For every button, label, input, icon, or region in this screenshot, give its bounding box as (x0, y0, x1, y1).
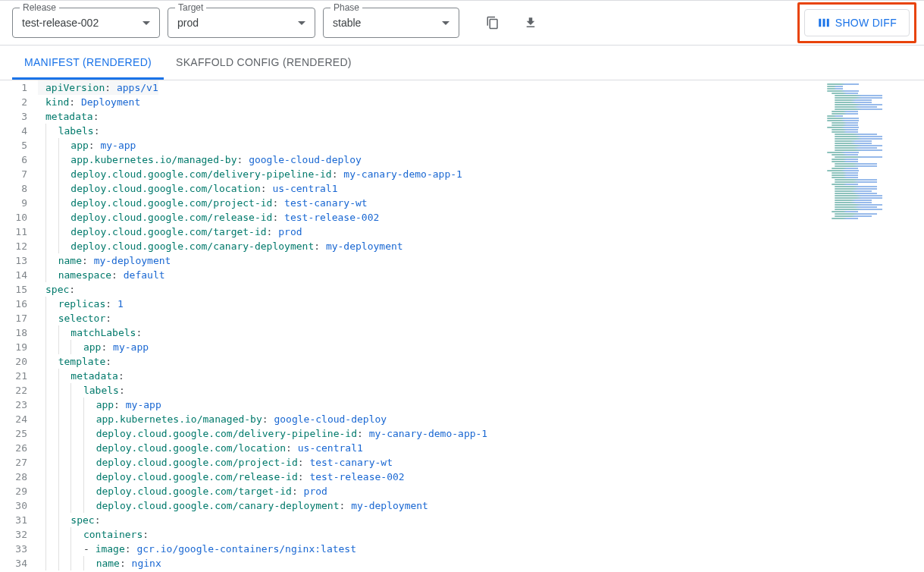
code-content: deploy.cloud.google.com/project-id: test… (38, 196, 368, 210)
code-content: deploy.cloud.google.com/target-id: prod (38, 484, 327, 498)
code-content: spec: (38, 513, 100, 527)
chevron-down-icon (442, 21, 449, 25)
code-line: 4 labels: (0, 124, 924, 138)
code-line: 1apiVersion: apps/v1 (0, 80, 924, 95)
code-line: 25 deploy.cloud.google.com/delivery-pipe… (0, 426, 924, 441)
code-line: 31 spec: (0, 513, 924, 527)
code-content: name: my-deployment (38, 253, 171, 268)
target-select[interactable]: Target prod (168, 8, 315, 38)
code-line: 21 metadata: (0, 369, 924, 383)
code-line: 18 matchLabels: (0, 325, 924, 340)
line-number: 17 (0, 311, 38, 325)
code-line: 14 namespace: default (0, 268, 924, 282)
line-number: 18 (0, 325, 38, 340)
code-content: metadata: (38, 109, 99, 124)
line-number: 26 (0, 441, 38, 455)
code-content: labels: (38, 124, 99, 138)
code-content: deploy.cloud.google.com/project-id: test… (38, 455, 393, 470)
show-diff-label: SHOW DIFF (835, 17, 897, 29)
code-line: 11 deploy.cloud.google.com/target-id: pr… (0, 225, 924, 239)
download-button[interactable] (515, 8, 546, 38)
phase-select-label: Phase (330, 2, 362, 13)
line-number: 31 (0, 513, 38, 527)
copy-icon (486, 16, 500, 30)
code-content: - image: gcr.io/google-containers/nginx:… (38, 542, 356, 556)
editor: 1apiVersion: apps/v12kind: Deployment3me… (0, 80, 924, 570)
line-number: 2 (0, 95, 38, 109)
code-line: 29 deploy.cloud.google.com/target-id: pr… (0, 484, 924, 498)
line-number: 8 (0, 181, 38, 196)
code-line: 19 app: my-app (0, 340, 924, 354)
line-number: 24 (0, 412, 38, 426)
phase-select[interactable]: Phase stable (323, 8, 459, 38)
code-content: namespace: default (38, 268, 165, 282)
code-content: app.kubernetes.io/managed-by: google-clo… (38, 412, 387, 426)
code-line: 3metadata: (0, 109, 924, 124)
code-line: 24 app.kubernetes.io/managed-by: google-… (0, 412, 924, 426)
code-content: template: (38, 354, 111, 369)
code-line: 12 deploy.cloud.google.com/canary-deploy… (0, 239, 924, 253)
line-number: 13 (0, 253, 38, 268)
code-line: 30 deploy.cloud.google.com/canary-deploy… (0, 498, 924, 513)
code-content: apiVersion: apps/v1 (38, 80, 158, 95)
code-content: deploy.cloud.google.com/location: us-cen… (38, 441, 363, 455)
toolbar: Release test-release-002 Target prod Pha… (0, 0, 924, 46)
line-number: 6 (0, 152, 38, 167)
line-number: 4 (0, 124, 38, 138)
line-number: 14 (0, 268, 38, 282)
line-number: 21 (0, 369, 38, 383)
code-content: containers: (38, 527, 149, 542)
code-content: matchLabels: (38, 325, 142, 340)
line-number: 28 (0, 470, 38, 484)
code-line: 34 name: nginx (0, 556, 924, 570)
line-number: 30 (0, 498, 38, 513)
line-number: 5 (0, 138, 38, 152)
code-line: 7 deploy.cloud.google.com/delivery-pipel… (0, 167, 924, 181)
code-line: 27 deploy.cloud.google.com/project-id: t… (0, 455, 924, 470)
release-select-label: Release (20, 2, 59, 13)
tab-manifest[interactable]: MANIFEST (RENDERED) (12, 46, 164, 80)
code-content: kind: Deployment (38, 95, 140, 109)
copy-button[interactable] (478, 8, 508, 38)
code-line: 20 template: (0, 354, 924, 369)
code-content: deploy.cloud.google.com/target-id: prod (38, 225, 302, 239)
show-diff-highlight: SHOW DIFF (797, 2, 916, 43)
line-number: 29 (0, 484, 38, 498)
line-number: 16 (0, 297, 38, 311)
tab-skaffold[interactable]: SKAFFOLD CONFIG (RENDERED) (164, 46, 364, 80)
code-editor[interactable]: 1apiVersion: apps/v12kind: Deployment3me… (0, 80, 924, 570)
chevron-down-icon (298, 21, 305, 25)
code-line: 13 name: my-deployment (0, 253, 924, 268)
phase-select-value: stable (333, 17, 442, 29)
line-number: 7 (0, 167, 38, 181)
chevron-down-icon (143, 21, 150, 25)
compare-icon (817, 16, 831, 30)
code-line: 17 selector: (0, 311, 924, 325)
code-line: 23 app: my-app (0, 398, 924, 412)
line-number: 34 (0, 556, 38, 570)
line-number: 32 (0, 527, 38, 542)
line-number: 33 (0, 542, 38, 556)
line-number: 15 (0, 282, 38, 297)
line-number: 23 (0, 398, 38, 412)
line-number: 22 (0, 383, 38, 398)
code-content: deploy.cloud.google.com/canary-deploymen… (38, 239, 403, 253)
code-content: app: my-app (38, 138, 136, 152)
code-content: deploy.cloud.google.com/delivery-pipelin… (38, 167, 462, 181)
line-number: 19 (0, 340, 38, 354)
tabs: MANIFEST (RENDERED) SKAFFOLD CONFIG (REN… (0, 46, 924, 80)
line-number: 9 (0, 196, 38, 210)
release-select[interactable]: Release test-release-002 (12, 8, 160, 38)
code-content: selector: (38, 311, 111, 325)
code-line: 5 app: my-app (0, 138, 924, 152)
target-select-value: prod (177, 17, 298, 29)
code-content: app: my-app (38, 398, 161, 412)
line-number: 20 (0, 354, 38, 369)
code-content: name: nginx (38, 556, 161, 570)
target-select-label: Target (175, 2, 206, 13)
line-number: 25 (0, 426, 38, 441)
download-icon (524, 16, 537, 30)
code-content: labels: (38, 383, 125, 398)
show-diff-button[interactable]: SHOW DIFF (804, 9, 910, 36)
release-select-value: test-release-002 (22, 17, 143, 29)
